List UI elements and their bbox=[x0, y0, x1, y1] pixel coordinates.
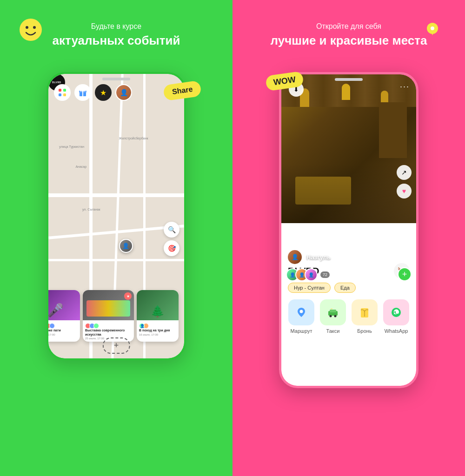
like-button[interactable]: ♥ bbox=[397, 184, 412, 198]
map-label-turkestan: улица Туркистан bbox=[59, 145, 84, 148]
svg-rect-19 bbox=[331, 309, 332, 309]
taxi-label: Такси bbox=[326, 328, 340, 334]
right-subtitle: Откройте для себя bbox=[271, 22, 427, 31]
whatsapp-label: WhatsApp bbox=[385, 328, 408, 334]
hike-date: 16 июля, 17:00 bbox=[139, 333, 176, 336]
side-buttons: ↗ ♥ bbox=[397, 165, 412, 198]
svg-rect-6 bbox=[63, 93, 66, 96]
friend-avatar-3: 👤 bbox=[305, 268, 318, 281]
svg-point-17 bbox=[330, 315, 332, 317]
map-road bbox=[48, 193, 184, 197]
add-event-button[interactable]: + bbox=[103, 337, 130, 354]
add-friend-button[interactable]: + bbox=[398, 267, 412, 281]
user-info: 👤 Назгуль bbox=[287, 249, 331, 265]
whatsapp-icon bbox=[383, 299, 409, 325]
svg-point-18 bbox=[334, 315, 337, 317]
restaurant-photo: ⬇ ··· bbox=[281, 74, 416, 223]
user-avatar-right: 👤 bbox=[287, 249, 303, 265]
friends-row: 👤 👤 👤 72 bbox=[286, 268, 330, 281]
star-badge: ★ bbox=[124, 292, 132, 300]
route-icon bbox=[288, 299, 314, 325]
action-grid: Маршрут Такси bbox=[288, 299, 410, 334]
action-taxi[interactable]: Такси bbox=[319, 299, 346, 334]
map-area: Анасар Жилстройсбербанк ул. Сыганак улиц… bbox=[48, 74, 184, 358]
phone-right: ⬇ ··· ↗ ♥ 👤 Назгуль 👤 👤 bbox=[279, 72, 418, 388]
svg-rect-3 bbox=[59, 89, 61, 92]
event-card-karaoke[interactable]: 🎤 роке пати я, 17:00 bbox=[48, 290, 80, 342]
hike-title: В поход на три дня bbox=[139, 329, 176, 332]
event-cards: 🎤 роке пати я, 17:00 bbox=[48, 290, 184, 342]
more-button[interactable]: ··· bbox=[400, 82, 410, 92]
svg-rect-16 bbox=[330, 310, 336, 312]
event-card-hiking[interactable]: 🌲 👤 В поход на три дня 16 июля, 17:00 bbox=[137, 290, 179, 342]
svg-rect-5 bbox=[59, 93, 61, 96]
phone-left: Анасар Жилстройсбербанк ул. Сыганак улиц… bbox=[46, 72, 186, 360]
action-route[interactable]: Маршрут bbox=[288, 299, 315, 334]
svg-point-1 bbox=[26, 26, 28, 29]
route-label: Маршрут bbox=[291, 328, 312, 334]
person-pin[interactable]: 👤 bbox=[119, 239, 133, 253]
left-title: актуальных событий bbox=[53, 33, 180, 48]
svg-rect-4 bbox=[63, 89, 66, 92]
tags-row: Нур - Султан Еда bbox=[288, 283, 410, 293]
tag-category[interactable]: Еда bbox=[334, 283, 356, 293]
left-subtitle: Будьте в курсе bbox=[53, 22, 180, 31]
gift-button[interactable] bbox=[74, 84, 91, 101]
event-card-art[interactable]: ★ Выставка современного искусства 25 июл… bbox=[83, 290, 134, 342]
map-label-ansar: Анасар bbox=[75, 165, 86, 168]
right-panel: Откройте для себя лучшие и красивые мест… bbox=[232, 0, 465, 476]
tag-city[interactable]: Нур - Султан bbox=[288, 283, 331, 293]
user-name: Назгуль bbox=[306, 254, 331, 261]
map-label-syganyk: ул. Сыганак bbox=[82, 208, 100, 211]
action-whatsapp[interactable]: WhatsApp bbox=[383, 299, 410, 334]
svg-point-2 bbox=[33, 26, 36, 29]
book-icon bbox=[352, 299, 378, 325]
map-label-bank: Жилстройсбербанк bbox=[119, 137, 148, 140]
left-panel: Будьте в курсе актуальных событий Share … bbox=[0, 0, 232, 476]
right-title: лучшие и красивые места bbox=[271, 33, 427, 48]
apps-button[interactable] bbox=[54, 84, 71, 101]
book-label: Бронь bbox=[357, 328, 372, 334]
search-map-button[interactable]: 🔍 bbox=[164, 222, 179, 238]
left-header: Будьте в курсе актуальных событий bbox=[53, 22, 180, 48]
star-button[interactable]: ★ bbox=[95, 84, 112, 101]
action-book[interactable]: Бронь bbox=[351, 299, 378, 334]
location-button[interactable]: 🎯 bbox=[164, 240, 179, 256]
phone-notch-right bbox=[335, 78, 363, 81]
map-actions: 🔍 🎯 bbox=[164, 222, 179, 256]
right-header: Откройте для себя лучшие и красивые мест… bbox=[271, 22, 427, 48]
art-title: Выставка современного искусства bbox=[85, 329, 132, 337]
taxi-icon bbox=[320, 299, 346, 325]
user-avatar[interactable]: 👤 bbox=[115, 84, 132, 101]
friend-count: 72 bbox=[320, 271, 330, 278]
share-button[interactable]: ↗ bbox=[397, 165, 412, 180]
svg-point-13 bbox=[431, 26, 434, 30]
phone-notch bbox=[102, 78, 130, 80]
map-toolbar: ★ 👤 bbox=[54, 84, 179, 101]
smiley-icon bbox=[19, 18, 43, 42]
svg-point-0 bbox=[20, 19, 42, 41]
svg-point-14 bbox=[300, 310, 303, 313]
